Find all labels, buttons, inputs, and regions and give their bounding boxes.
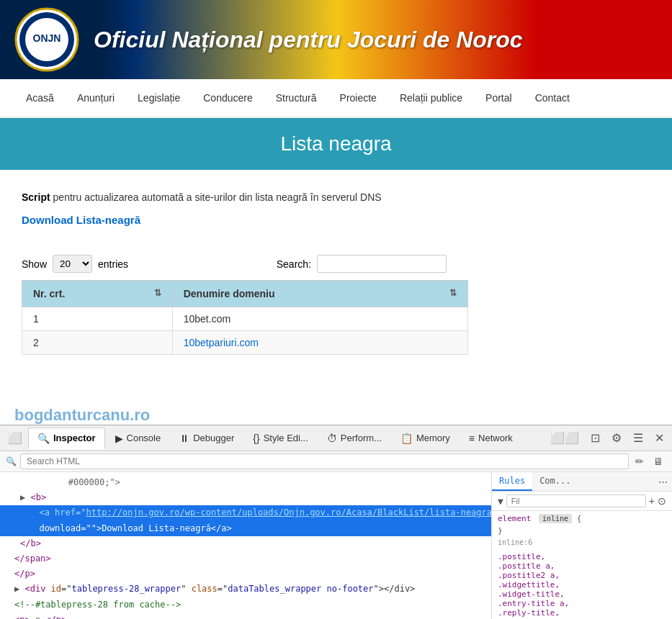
- table-row: 1 10bet.com: [22, 307, 468, 331]
- site-nav: Acasă Anunțuri Legislație Conducere Stru…: [0, 79, 672, 118]
- site-header: ONJN Oficiul Național pentru Jocuri de N…: [0, 0, 672, 79]
- script-rest: pentru actualizarea automată a site-uril…: [50, 191, 382, 203]
- header-logo: ONJN: [14, 7, 79, 72]
- header-title: Oficiul Național pentru Jocuri de Noroc: [94, 27, 523, 53]
- search-input[interactable]: [317, 255, 447, 273]
- data-table: Nr. crt. ⇅ Denumire domeniu ⇅ 1 10bet.co…: [22, 280, 468, 355]
- sort-icon-nrcrt: ⇅: [154, 288, 161, 298]
- entries-select[interactable]: 20 10 50 100: [53, 255, 92, 273]
- search-label: Search:: [277, 258, 311, 270]
- cell-num: 2: [22, 331, 173, 355]
- main-content: Script pentru actualizarea automată a si…: [0, 177, 468, 369]
- download-link[interactable]: Download Lista-neagră: [22, 214, 140, 226]
- col-nrcrt[interactable]: Nr. crt. ⇅: [22, 281, 173, 307]
- page-title-bar: Lista neagra: [0, 118, 672, 170]
- table-row: 2 10betpariuri.com: [22, 331, 468, 355]
- cell-domain: 10betpariuri.com: [172, 331, 467, 355]
- script-description: Script pentru actualizarea automată a si…: [22, 191, 447, 203]
- nav-relatii[interactable]: Relații publice: [388, 79, 474, 117]
- nav-conducere[interactable]: Conducere: [192, 79, 264, 117]
- nav-legislatie[interactable]: Legislație: [126, 79, 192, 117]
- nav-proiecte[interactable]: Proiecte: [328, 79, 388, 117]
- nav-structura[interactable]: Structură: [264, 79, 328, 117]
- nav-acasa[interactable]: Acasă: [14, 79, 66, 117]
- page-title: Lista neagra: [280, 132, 391, 155]
- svg-text:ONJN: ONJN: [33, 32, 61, 44]
- show-entries: Show 20 10 50 100 entries: [22, 255, 128, 273]
- search-box: Search:: [277, 255, 447, 273]
- show-label: Show: [22, 258, 47, 270]
- entries-label: entries: [98, 258, 128, 270]
- nav-contact[interactable]: Contact: [524, 79, 581, 117]
- table-controls: Show 20 10 50 100 entries Search:: [22, 255, 447, 273]
- script-bold: Script: [22, 191, 50, 203]
- domain-link[interactable]: 10betpariuri.com: [184, 337, 259, 348]
- sort-icon-domain: ⇅: [449, 288, 457, 298]
- nav-anunturi[interactable]: Anunțuri: [66, 79, 126, 117]
- cell-num: 1: [22, 307, 173, 331]
- col-domain[interactable]: Denumire domeniu ⇅: [172, 281, 467, 307]
- cell-domain: 10bet.com: [172, 307, 467, 331]
- nav-portal[interactable]: Portal: [474, 79, 524, 117]
